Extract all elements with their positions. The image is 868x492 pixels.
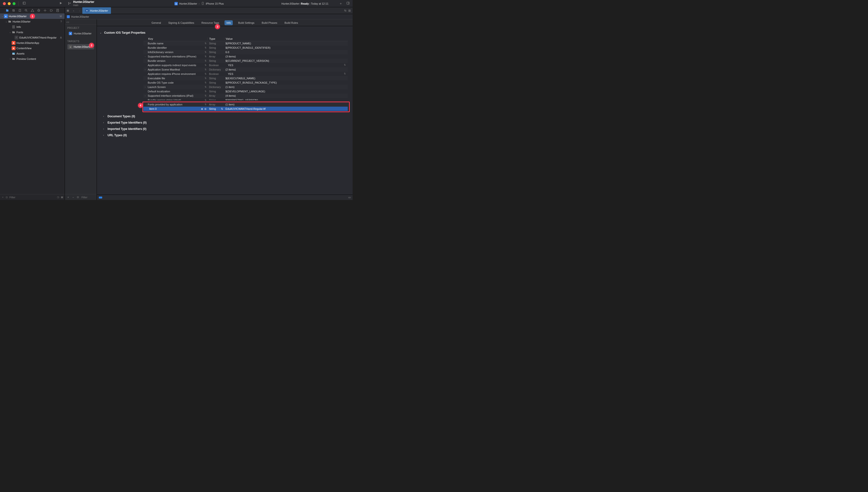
plist-row[interactable]: ›Supported interface orientations (iPad)… xyxy=(143,94,348,98)
library-icon[interactable] xyxy=(345,1,351,5)
plist-type[interactable]: String xyxy=(208,46,224,49)
document-outline-icon[interactable]: ▭ xyxy=(67,20,69,24)
tab-build-phases[interactable]: Build Phases xyxy=(260,20,279,25)
forward-button[interactable]: › xyxy=(77,9,82,12)
plist-row[interactable]: Application requires iPhone environment⇅… xyxy=(143,72,348,76)
add-editor-icon[interactable]: ▥ xyxy=(348,9,351,12)
project-name[interactable]: HunterJiStarter xyxy=(73,0,94,4)
plist-type[interactable]: Dictionary xyxy=(208,85,224,89)
stepper-icon[interactable]: ⇅ xyxy=(205,73,208,75)
tab-signing[interactable]: Signing & Capabilities xyxy=(166,20,196,25)
scope-filter-icon[interactable]: ◎ xyxy=(5,196,8,199)
disclosure-icon[interactable]: ⌄ xyxy=(1,15,4,18)
tree-group-preview[interactable]: › Preview Content xyxy=(0,56,65,62)
plist-value[interactable]: YES⇅ xyxy=(224,64,348,67)
issue-navigator-icon[interactable] xyxy=(30,8,34,13)
chevron-right-icon[interactable]: › xyxy=(143,95,148,97)
run-button[interactable] xyxy=(58,1,63,5)
stepper-icon[interactable]: ⇅ xyxy=(221,107,223,110)
plist-type[interactable]: String xyxy=(208,99,224,102)
tree-group-fonts[interactable]: ⌄ Fonts xyxy=(0,30,65,35)
plist-value[interactable]: (1 item) xyxy=(224,85,348,89)
stepper-icon[interactable]: ⇅ xyxy=(205,95,208,97)
plist-type[interactable]: Boolean xyxy=(208,64,224,67)
plist-type[interactable]: Array xyxy=(208,94,224,97)
plist-row[interactable]: Default localization⇅String$(DEVELOPMENT… xyxy=(143,89,348,94)
project-item[interactable]: ▲ HunterJiStarter xyxy=(67,31,94,36)
breadcrumb-bar[interactable]: HunterJiStarter xyxy=(65,14,352,19)
plist-value[interactable]: $(PRODUCT_NAME) xyxy=(224,42,348,45)
chevron-right-icon[interactable]: › xyxy=(143,55,148,58)
stepper-icon[interactable]: ⇅ xyxy=(205,90,208,93)
plist-type[interactable]: String xyxy=(208,42,224,45)
bookmark-navigator-icon[interactable] xyxy=(18,8,22,13)
section-custom-props[interactable]: ⌄ Custom iOS Target Properties xyxy=(100,31,348,34)
debug-area-indicator[interactable] xyxy=(99,197,102,198)
plist-row[interactable]: ›Launch Screen⇅Dictionary(1 item) xyxy=(143,85,348,89)
back-button[interactable]: ‹ xyxy=(71,9,77,12)
stepper-icon[interactable]: ⇅ xyxy=(205,64,208,67)
stepper-icon[interactable]: ⇅ xyxy=(205,99,208,101)
plist-value[interactable]: $(PRODUCT_BUNDLE_PACKAGE_TYPE) xyxy=(224,81,348,84)
chevron-right-icon[interactable]: › xyxy=(143,86,148,88)
project-navigator-icon[interactable] xyxy=(5,8,9,13)
add-button[interactable]: ＋ xyxy=(338,1,343,6)
plist-value[interactable]: 6.0 xyxy=(224,51,348,54)
plist-value[interactable]: $(CURRENT_PROJECT_VERSION) xyxy=(224,59,348,62)
plist-value[interactable]: YES⇅ xyxy=(224,72,348,75)
editor-tab[interactable]: ▲ HunterJiStarter xyxy=(82,7,111,14)
minimize-window-button[interactable] xyxy=(8,2,11,5)
add-row-button[interactable]: ⊕ xyxy=(200,107,204,110)
stepper-icon[interactable]: ⇅ xyxy=(205,59,208,62)
stepper-icon[interactable]: ⇅ xyxy=(205,81,208,84)
scheme-selector[interactable]: ▲ HunterJiStarter › iPhone 15 Plus xyxy=(174,2,224,5)
stepper-icon[interactable]: ⇅ xyxy=(205,51,208,53)
plist-type[interactable]: String xyxy=(208,90,224,93)
plist-value[interactable]: (3 items) xyxy=(224,55,348,58)
stepper-icon[interactable]: ⇅ xyxy=(205,47,208,49)
plist-row[interactable]: Bundle identifier⇅String$(PRODUCT_BUNDLE… xyxy=(143,46,348,50)
tree-group[interactable]: ⌄ HunterJiStarter ? xyxy=(0,19,65,24)
section-url-types[interactable]: › URL Types (0) xyxy=(103,133,348,137)
plist-value[interactable]: $(PRODUCT_BUNDLE_IDENTIFIER) xyxy=(224,46,348,49)
disclosure-icon[interactable]: ⌄ xyxy=(5,20,8,23)
disclosure-icon[interactable]: ⌄ xyxy=(9,31,11,33)
plist-type[interactable]: Array xyxy=(208,103,224,106)
stepper-icon[interactable]: ⇅ xyxy=(344,64,346,66)
related-items-icon[interactable]: ▦ xyxy=(65,9,71,12)
recent-filter-icon[interactable]: ◷ xyxy=(57,196,59,199)
plist-type[interactable]: String xyxy=(208,51,224,54)
section-exported-uti[interactable]: › Exported Type Identifiers (0) xyxy=(103,121,348,124)
plist-row[interactable]: InfoDictionary version⇅String6.0 xyxy=(143,50,348,54)
plist-value[interactable]: $(DEVELOPMENT_LANGUAGE) xyxy=(224,90,348,93)
plist-type[interactable]: String xyxy=(208,59,224,62)
remove-target-button[interactable]: − xyxy=(72,196,74,199)
plist-row[interactable]: Bundle version⇅String$(CURRENT_PROJECT_V… xyxy=(143,59,348,63)
section-document-types[interactable]: › Document Types (0) xyxy=(103,115,348,118)
stepper-icon[interactable]: ⇅ xyxy=(205,77,208,79)
tree-item-font[interactable]: F EduAUVICWANTHand-Regular A xyxy=(0,35,65,40)
chevron-right-icon[interactable]: › xyxy=(143,69,148,71)
tab-build-rules[interactable]: Build Rules xyxy=(283,20,300,25)
plist-row-fonts-provided[interactable]: ⌄ Fonts provided by application ⇅ Array … xyxy=(143,102,348,107)
tab-build-settings[interactable]: Build Settings xyxy=(236,20,256,25)
plist-row[interactable]: Application supports indirect input even… xyxy=(143,63,348,67)
section-imported-uti[interactable]: › Imported Type Identifiers (0) xyxy=(103,127,348,131)
stepper-icon[interactable]: ⇅ xyxy=(205,68,208,71)
plist-type[interactable]: String ⇅ xyxy=(208,107,224,110)
debug-navigator-icon[interactable] xyxy=(43,8,47,13)
chevron-down-icon[interactable]: ⌄ xyxy=(145,103,148,106)
plist-value[interactable]: (4 items) xyxy=(224,94,348,97)
toggle-sidebar-icon[interactable] xyxy=(22,1,27,5)
find-navigator-icon[interactable] xyxy=(24,8,28,13)
tree-item-assets[interactable]: Assets xyxy=(0,51,65,56)
disclosure-icon[interactable]: › xyxy=(9,58,11,60)
source-control-navigator-icon[interactable] xyxy=(11,8,16,13)
remove-row-button[interactable]: ⊖ xyxy=(204,107,207,110)
add-icon[interactable]: ＋ xyxy=(1,195,4,199)
breakpoint-navigator-icon[interactable] xyxy=(49,8,53,13)
maximize-window-button[interactable] xyxy=(12,2,16,5)
tree-item-app[interactable]: HunterJiStarterApp xyxy=(0,40,65,46)
tab-general[interactable]: General xyxy=(150,20,163,25)
close-window-button[interactable] xyxy=(3,2,6,5)
